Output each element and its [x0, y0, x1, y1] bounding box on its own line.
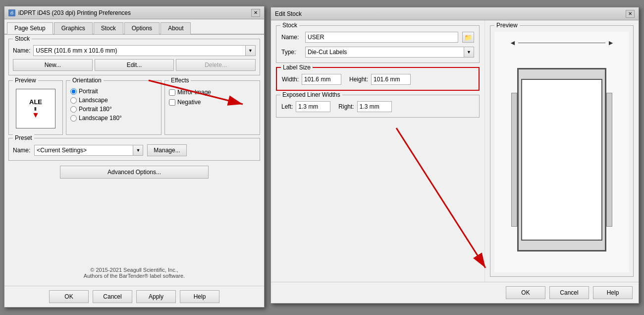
tab-stock[interactable]: Stock [94, 22, 123, 34]
left-title-bar: 🖨 iDPRT iD4S (203 dpi) Printing Preferen… [4, 6, 264, 19]
preset-dropdown-arrow[interactable]: ▼ [133, 145, 143, 156]
left-help-button[interactable]: Help [180, 290, 219, 303]
edit-stock-dialog: Edit Stock ✕ Stock Name: 📁 Type: [270, 7, 639, 304]
right-dialog-body: Stock Name: 📁 Type: ▼ [271, 20, 639, 282]
left-arrow-icon: ◄ [509, 39, 516, 47]
right-stock-name-label: Name: [281, 34, 301, 41]
exposed-liner-group: Exposed Liner Widths Left: Right: [276, 95, 480, 118]
preview-group: Preview ALE ||||||||||||||||| ▼ [8, 80, 63, 135]
right-close-button[interactable]: ✕ [626, 10, 635, 18]
page-setup-content: Stock Name: ▼ New... Edit... Delete... [4, 34, 264, 286]
effects-group: Effects Mirror Image Negative [164, 80, 260, 135]
orientation-group-title: Orientation [70, 77, 104, 84]
left-ok-button[interactable]: OK [49, 290, 89, 303]
right-arrow-icon: ► [607, 39, 614, 47]
liner-left-label: Left: [281, 103, 293, 110]
right-dialog-buttons: OK Cancel Help [271, 282, 639, 303]
copyright-text: © 2015-2021 Seagull Scientific, Inc., Au… [8, 267, 260, 279]
preview-arrow-down: ▼ [32, 111, 40, 119]
printer-icon: 🖨 [8, 9, 15, 16]
left-cancel-button[interactable]: Cancel [93, 290, 132, 303]
right-stock-type-label: Type: [281, 49, 301, 56]
tab-graphics[interactable]: Graphics [54, 22, 93, 34]
right-cancel-button[interactable]: Cancel [549, 286, 589, 299]
edit-stock-left-section: Stock Name: 📁 Type: ▼ [271, 20, 485, 282]
right-stock-group: Stock Name: 📁 Type: ▼ [276, 25, 480, 63]
preview-ale-text: ALE [29, 98, 42, 106]
preview-box: ALE ||||||||||||||||| ▼ [16, 89, 55, 128]
type-dropdown-arrow[interactable]: ▼ [464, 47, 474, 58]
tab-page-setup[interactable]: Page Setup [7, 22, 53, 34]
preset-name-label: Name: [13, 147, 30, 154]
stock-name-label: Name: [13, 47, 30, 54]
exposed-liner-title: Exposed Liner Widths [280, 91, 342, 98]
height-input[interactable] [371, 74, 411, 85]
manage-button[interactable]: Manage... [147, 144, 186, 156]
right-preview-group: Preview ◄ ► [490, 25, 634, 277]
stock-group: Stock Name: ▼ New... Edit... Delete... [8, 39, 260, 75]
orientation-landscape[interactable]: Landscape [70, 97, 157, 104]
height-label: Height: [349, 76, 368, 83]
right-stock-group-title: Stock [280, 22, 299, 29]
right-title-bar: Edit Stock ✕ [271, 7, 639, 20]
orientation-landscape-180[interactable]: Landscape 180° [70, 115, 157, 122]
stock-group-title: Stock [13, 35, 32, 42]
left-close-button[interactable]: ✕ [251, 9, 260, 17]
tab-about[interactable]: About [161, 22, 191, 34]
preset-group: Preset Name: ▼ Manage... [8, 138, 260, 161]
liner-left-input[interactable] [296, 101, 330, 112]
delete-button[interactable]: Delete... [176, 59, 256, 71]
new-button[interactable]: New... [13, 59, 93, 71]
edit-button[interactable]: Edit... [95, 59, 174, 71]
left-dialog-buttons: OK Cancel Apply Help [4, 286, 264, 307]
right-stock-name-input[interactable] [305, 32, 458, 43]
preview-group-title: Preview [13, 77, 38, 84]
right-stock-type-input[interactable] [305, 47, 464, 58]
edit-stock-preview-section: Preview ◄ ► [485, 20, 639, 282]
advanced-options-button[interactable]: Advanced Options... [60, 166, 209, 179]
width-input[interactable] [302, 74, 341, 85]
tab-options[interactable]: Options [124, 22, 160, 34]
top-arrows: ◄ ► [509, 39, 614, 47]
tab-bar: Page Setup Graphics Stock Options About [4, 19, 264, 34]
liner-right-input[interactable] [357, 101, 392, 112]
left-title-text: iDPRT iD4S (203 dpi) Printing Preference… [18, 9, 131, 16]
printing-preferences-dialog: 🖨 iDPRT iD4S (203 dpi) Printing Preferen… [4, 6, 265, 308]
folder-icon[interactable]: 📁 [462, 32, 474, 43]
orientation-group: Orientation Portrait Landscape Portra [66, 80, 161, 135]
stock-dropdown-arrow[interactable]: ▼ [246, 45, 256, 56]
label-shape [517, 68, 606, 252]
label-preview-area: ◄ ► [494, 32, 629, 272]
stock-name-input[interactable] [33, 45, 246, 56]
right-help-button[interactable]: Help [593, 286, 633, 299]
label-size-group-title: Label Size [281, 64, 313, 71]
negative-check[interactable]: Negative [169, 99, 256, 106]
right-preview-title: Preview [494, 22, 520, 29]
mirror-image-check[interactable]: Mirror Image [169, 89, 256, 96]
preset-name-input[interactable] [34, 145, 133, 156]
left-apply-button[interactable]: Apply [136, 290, 176, 303]
width-label: Width: [282, 76, 299, 83]
orientation-portrait-180[interactable]: Portrait 180° [70, 106, 157, 113]
right-title-text: Edit Stock [275, 10, 302, 17]
right-ok-button[interactable]: OK [506, 286, 545, 299]
effects-group-title: Effects [169, 77, 191, 84]
liner-right-label: Right: [338, 103, 354, 110]
preset-group-title: Preset [13, 134, 34, 141]
orientation-portrait[interactable]: Portrait [70, 88, 157, 95]
label-size-group: Label Size Width: Height: [276, 67, 480, 91]
